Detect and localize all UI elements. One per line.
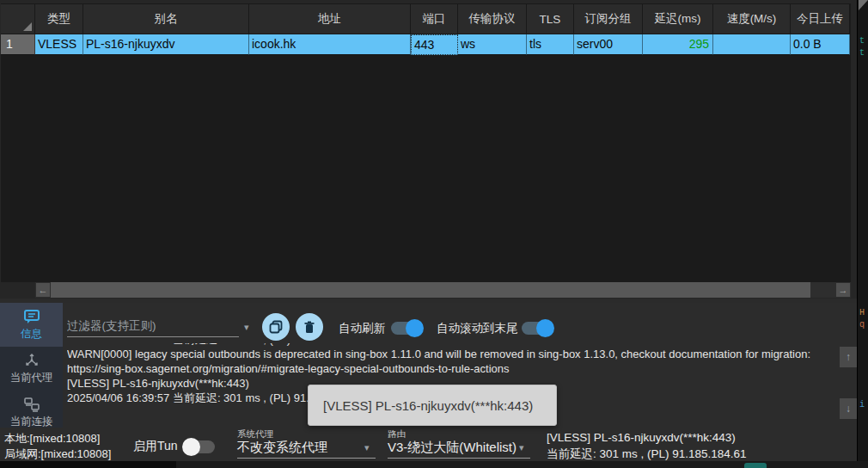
copy-icon xyxy=(269,320,283,334)
log-scroll-down-button[interactable]: ↓ xyxy=(840,398,857,419)
scroll-right-icon[interactable]: → xyxy=(836,283,850,297)
route-underline xyxy=(388,458,530,459)
route-select[interactable]: V3-绕过大陆(Whitelist) xyxy=(388,440,517,456)
background-window-text: t xyxy=(859,48,865,58)
cell-delay[interactable]: 295 xyxy=(643,34,713,55)
column-header-group[interactable]: 订阅分组 xyxy=(574,3,643,34)
column-header-port[interactable]: 端口 xyxy=(411,3,458,34)
taskbar-dark-segment xyxy=(0,461,176,468)
cell-type[interactable]: VLESS xyxy=(35,34,83,55)
sidebar-item-current-connections[interactable]: 当前连接 xyxy=(0,391,63,434)
scroll-left-icon[interactable]: ← xyxy=(36,283,50,297)
background-window-text: q xyxy=(859,320,865,329)
sidebar-item-current-proxy[interactable]: 当前代理 xyxy=(0,347,63,391)
message-icon xyxy=(23,309,40,324)
corner-triangle-icon xyxy=(23,22,32,31)
system-proxy-underline xyxy=(237,458,376,459)
cell-port[interactable]: 443 xyxy=(411,34,458,55)
background-window-text: i xyxy=(859,400,865,410)
trash-icon xyxy=(303,321,315,334)
background-window-text: t xyxy=(859,36,865,46)
taskbar-teal-indicator xyxy=(744,463,767,468)
sidebar-item-label: 信息 xyxy=(21,328,42,340)
lan-listen-address: 局域网:[mixed:10808] xyxy=(4,446,111,462)
table-row[interactable]: 1 VLESS PL-s16-njkuyxdv icook.hk 443 ws … xyxy=(1,34,850,55)
proxy-table: 类型 别名 地址 端口 传输协议 TLS 订阅分组 延迟(ms) 速度(M/s)… xyxy=(0,0,857,299)
column-header-transport[interactable]: 传输协议 xyxy=(458,3,527,34)
horizontal-scrollbar-thumb[interactable] xyxy=(51,282,810,298)
current-delay-text: 当前延迟: 301 ms , (PL) 91.185.184.61 xyxy=(547,446,747,462)
toggle-knob xyxy=(182,438,200,456)
route-label: 路由 xyxy=(388,428,406,440)
sidebar-item-info[interactable]: 信息 xyxy=(0,303,63,347)
column-header-speed[interactable]: 速度(M/s) xyxy=(713,3,791,34)
current-node-text: [VLESS] PL-s16-njkuyxdv(***hk:443) xyxy=(547,431,736,444)
sidebar: 信息 当前代理 xyxy=(0,303,63,428)
clear-logs-button[interactable] xyxy=(296,313,323,341)
auto-refresh-label: 自动刷新 xyxy=(339,321,385,336)
toggle-knob xyxy=(406,319,424,337)
desktop: 类型 别名 地址 端口 传输协议 TLS 订阅分组 延迟(ms) 速度(M/s)… xyxy=(0,0,868,468)
cell-alias[interactable]: PL-s16-njkuyxdv xyxy=(83,34,249,55)
auto-refresh-toggle[interactable] xyxy=(391,322,422,335)
toggle-knob xyxy=(536,319,554,337)
system-proxy-label: 系统代理 xyxy=(237,428,273,440)
node-tooltip: [VLESS] PL-s16-njkuyxdv(***hk:443) xyxy=(308,385,557,426)
system-proxy-select[interactable]: 不改变系统代理 xyxy=(237,440,327,456)
sidebar-item-label: 当前代理 xyxy=(10,372,53,384)
proxy-routes-icon xyxy=(23,353,40,368)
select-all-corner[interactable] xyxy=(1,3,35,34)
tooltip-text: [VLESS] PL-s16-njkuyxdv(***hk:443) xyxy=(323,398,533,413)
background-window-edge: t t H q i xyxy=(857,0,868,468)
table-header-row: 类型 别名 地址 端口 传输协议 TLS 订阅分组 延迟(ms) 速度(M/s)… xyxy=(1,3,850,34)
connections-icon xyxy=(23,397,40,412)
sidebar-item-label: 当前连接 xyxy=(10,416,53,428)
background-window-text: H xyxy=(859,308,865,317)
tun-label: 启用Tun xyxy=(133,439,178,454)
auto-scroll-toggle[interactable] xyxy=(522,322,553,335)
column-header-alias[interactable]: 别名 xyxy=(83,3,249,34)
local-listen-address: 本地:[mixed:10808] xyxy=(4,431,100,446)
log-scroll-up-button[interactable]: ↑ xyxy=(840,347,857,367)
app-window: 类型 别名 地址 端口 传输协议 TLS 订阅分组 延迟(ms) 速度(M/s)… xyxy=(0,0,857,461)
background-window-corner xyxy=(859,0,868,10)
cell-address[interactable]: icook.hk xyxy=(249,34,411,55)
taskbar-strip xyxy=(0,461,868,468)
auto-scroll-label: 自动滚动到末尾 xyxy=(437,321,518,336)
bottom-panel: 信息 当前代理 xyxy=(0,303,857,461)
system-proxy-dropdown-arrow-icon[interactable]: ▾ xyxy=(364,442,370,453)
cell-transport[interactable]: ws xyxy=(458,34,527,55)
column-header-tls[interactable]: TLS xyxy=(527,3,574,34)
column-header-address[interactable]: 地址 xyxy=(249,3,411,34)
tun-toggle[interactable] xyxy=(184,440,215,453)
route-dropdown-arrow-icon[interactable]: ▾ xyxy=(519,442,524,453)
cell-upload[interactable]: 0.0 B xyxy=(791,34,850,55)
column-header-type[interactable]: 类型 xyxy=(35,3,83,34)
log-filter-input[interactable] xyxy=(67,315,239,337)
cell-speed[interactable] xyxy=(713,34,791,55)
cell-group[interactable]: serv00 xyxy=(574,34,643,55)
row-index[interactable]: 1 xyxy=(1,34,35,55)
horizontal-scrollbar[interactable]: ← → xyxy=(35,282,851,298)
filter-dropdown-arrow-icon[interactable]: ▾ xyxy=(244,322,249,333)
copy-logs-button[interactable] xyxy=(262,313,290,341)
cell-tls[interactable]: tls xyxy=(527,34,574,55)
log-line: WARN[0000] legacy special outbounds is d… xyxy=(67,347,838,376)
column-header-upload[interactable]: 今日上传 xyxy=(791,3,850,34)
column-header-delay[interactable]: 延迟(ms) xyxy=(643,3,713,34)
